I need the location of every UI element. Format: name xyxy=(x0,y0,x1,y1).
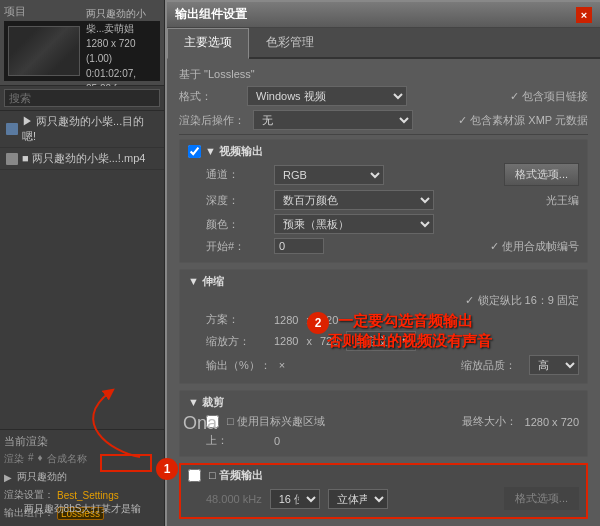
color-select[interactable]: 预乘（黑板） xyxy=(274,214,434,234)
crop-header: ▼ 裁剪 xyxy=(188,395,579,410)
item-icon-2 xyxy=(6,153,18,165)
render-post-row: 渲染后操作： 无 ✓ 包含素材源 XMP 元数据 xyxy=(179,110,588,130)
source-h: 720 xyxy=(320,314,338,326)
video-output-checkbox[interactable] xyxy=(188,145,201,158)
audio-output-row: □ 音频输出 xyxy=(188,468,579,483)
dialog-title: 输出组件设置 xyxy=(175,6,247,23)
audio-output-checkbox[interactable] xyxy=(188,469,201,482)
app-window: 项目 两只趣劲的小柴...卖萌娼 1280 x 720 (1.00) 0:01:… xyxy=(0,0,600,526)
start-label: 开始#： xyxy=(206,239,266,254)
output-module-dialog: 输出组件设置 × 主要选项 色彩管理 基于 "Lossless" 格式： Win… xyxy=(165,0,600,526)
include-project-label: ✓ 包含项目链接 xyxy=(510,89,588,104)
channel-row: 通道： RGB 格式选项... xyxy=(188,163,579,186)
thumb-line1: 两只趣劲的小柴...卖萌娼 xyxy=(86,6,156,36)
source-label: 方案： xyxy=(206,312,266,327)
top-label: 上： xyxy=(206,433,266,448)
close-button[interactable]: × xyxy=(576,7,592,23)
dialog-section: 输出组件设置 × 主要选项 色彩管理 基于 "Lossless" 格式： Win… xyxy=(165,0,600,526)
render-settings-label: 渲染设置： xyxy=(4,488,54,502)
render-post-select[interactable]: 无 xyxy=(253,110,413,130)
render-row-1: 渲染设置： Best_Settings xyxy=(4,486,160,504)
quality-select[interactable]: 高 xyxy=(529,355,579,375)
tab-main[interactable]: 主要选项 xyxy=(167,28,249,59)
format-options-button[interactable]: 格式选项... xyxy=(504,163,579,186)
crop-roi-label: □ 使用目标兴趣区域 xyxy=(227,414,325,429)
search-input[interactable] xyxy=(4,89,160,107)
list-item-2[interactable]: ■ 两只趣劲的小柴...!.mp4 xyxy=(0,148,164,170)
scaled-w: 1280 xyxy=(274,335,298,347)
format-select[interactable]: Windows 视频 xyxy=(247,86,407,106)
scaled-type-select[interactable]: 自定义 xyxy=(346,331,416,351)
lossless-item[interactable]: Lossless xyxy=(57,507,104,520)
video-output-label: ▼ 视频输出 xyxy=(205,144,263,159)
tab-color[interactable]: 色彩管理 xyxy=(249,28,331,57)
lock-ratio-label: ✓ 锁定纵比 16：9 固定 xyxy=(465,293,579,308)
crop-roi-checkbox[interactable] xyxy=(206,415,219,428)
search-bar[interactable] xyxy=(0,86,164,111)
item-label-2: ■ 两只趣劲的小柴...!.mp4 xyxy=(22,151,145,166)
crop-roi-row: □ 使用目标兴趣区域 最终大小： 1280 x 720 xyxy=(188,414,579,429)
item-label-1: ▶ 两只趣劲的小柴...目的嗯! xyxy=(22,114,158,144)
percent-row: 输出（%）： × 缩放品质： 高 xyxy=(188,355,579,375)
item-list: ▶ 两只趣劲的小柴...目的嗯! ■ 两只趣劲的小柴...!.mp4 xyxy=(0,111,164,429)
format-label: 格式： xyxy=(179,89,239,104)
audio-options-row: 48.000 kHz 16 位 立体声 格式选项... xyxy=(188,487,579,510)
source-row: 方案： 1280 x 720 xyxy=(188,312,579,327)
dialog-content: 基于 "Lossless" 格式： Windows 视频 ✓ 包含项目链接 渲染… xyxy=(167,59,600,526)
video-output-section: ▼ 视频输出 通道： RGB 格式选项... 深度： xyxy=(179,139,588,263)
col-name: 合成名称 xyxy=(47,452,87,466)
render-section: 当前渲染 渲染 # ♦ 合成名称 ▶ 两只趣劲的 渲染设置： Best_Sett… xyxy=(0,429,164,526)
source-x: x xyxy=(306,314,312,326)
codec-label: 光王编 xyxy=(546,193,579,208)
thumb-info: 两只趣劲的小柴...卖萌娼 1280 x 720 (1.00) 0:01:02:… xyxy=(86,6,156,96)
stretch-label: ▼ 伸缩 xyxy=(188,274,224,289)
thumbnail xyxy=(8,26,80,76)
channel-label: 通道： xyxy=(206,167,266,182)
render-post-label: 渲染后操作： xyxy=(179,113,245,128)
source-w: 1280 xyxy=(274,314,298,326)
preview-area: 两只趣劲的小柴...卖萌娼 1280 x 720 (1.00) 0:01:02:… xyxy=(4,21,160,81)
project-section: 项目 两只趣劲的小柴...卖萌娼 1280 x 720 (1.00) 0:01:… xyxy=(0,0,164,86)
divider-1 xyxy=(179,134,588,135)
depth-label: 深度： xyxy=(206,193,266,208)
audio-format-button[interactable]: 格式选项... xyxy=(504,487,579,510)
lock-ratio-row: ✓ 锁定纵比 16：9 固定 xyxy=(188,293,579,308)
badge-1: 1 xyxy=(156,458,178,480)
color-row: 颜色： 预乘（黑板） xyxy=(188,214,579,234)
audio-bit-select[interactable]: 16 位 xyxy=(270,489,320,509)
item-icon-1 xyxy=(6,123,18,135)
thumb-line2: 1280 x 720 (1.00) xyxy=(86,36,156,66)
render-row-0: ▶ 两只趣劲的 xyxy=(4,468,160,486)
left-panel: 项目 两只趣劲的小柴...卖萌娼 1280 x 720 (1.00) 0:01:… xyxy=(0,0,165,526)
max-size-value: 1280 x 720 xyxy=(525,416,579,428)
audio-output-section: □ 音频输出 48.000 kHz 16 位 立体声 格式选项... xyxy=(179,463,588,519)
audio-output-label: □ 音频输出 xyxy=(209,468,263,483)
max-size-label: 最终大小： xyxy=(462,414,517,429)
render-label: 当前渲染 xyxy=(4,434,160,449)
col-diamond: ♦ xyxy=(38,452,43,466)
depth-row: 深度： 数百万颜色 光王编 xyxy=(188,190,579,210)
render-name-0: 两只趣劲的 xyxy=(17,470,67,484)
render-row-2[interactable]: 输出组件： Lossless xyxy=(4,504,160,522)
audio-rate: 48.000 kHz xyxy=(206,493,262,505)
percent-label: 输出（%）： xyxy=(206,358,271,373)
quality-label: 缩放品质： xyxy=(461,358,521,373)
audio-channel-select[interactable]: 立体声 xyxy=(328,489,388,509)
crop-top-row: 上： 0 xyxy=(188,433,579,448)
scaled-row: 缩放方： 1280 x 720 自定义 xyxy=(188,331,579,351)
include-xmp-label: ✓ 包含素材源 XMP 元数据 xyxy=(458,113,588,128)
format-row: 格式： Windows 视频 ✓ 包含项目链接 xyxy=(179,86,588,106)
percent-value: × xyxy=(279,359,285,371)
depth-select[interactable]: 数百万颜色 xyxy=(274,190,434,210)
top-value: 0 xyxy=(274,435,280,447)
scaled-x: x xyxy=(306,335,312,347)
dialog-titlebar: 输出组件设置 × xyxy=(167,2,600,28)
start-input[interactable] xyxy=(274,238,324,254)
color-label: 颜色： xyxy=(206,217,266,232)
start-row: 开始#： ✓ 使用合成帧编号 xyxy=(188,238,579,254)
channel-select[interactable]: RGB xyxy=(274,165,384,185)
audio-section-wrapper: □ 音频输出 48.000 kHz 16 位 立体声 格式选项... xyxy=(179,463,588,519)
use-comp-label: ✓ 使用合成帧编号 xyxy=(490,239,579,254)
col-render: 渲染 xyxy=(4,452,24,466)
list-item-1[interactable]: ▶ 两只趣劲的小柴...目的嗯! xyxy=(0,111,164,148)
